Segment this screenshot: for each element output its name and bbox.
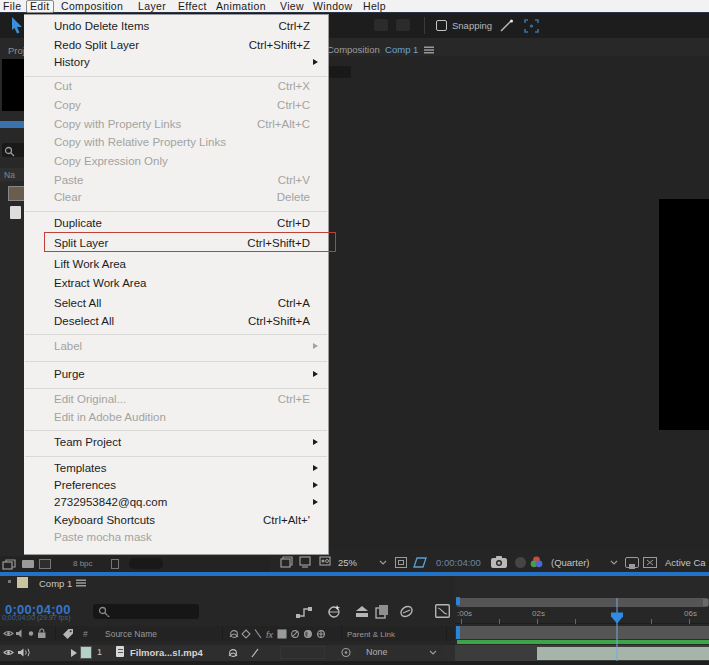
svg-text:fx: fx (266, 630, 274, 640)
